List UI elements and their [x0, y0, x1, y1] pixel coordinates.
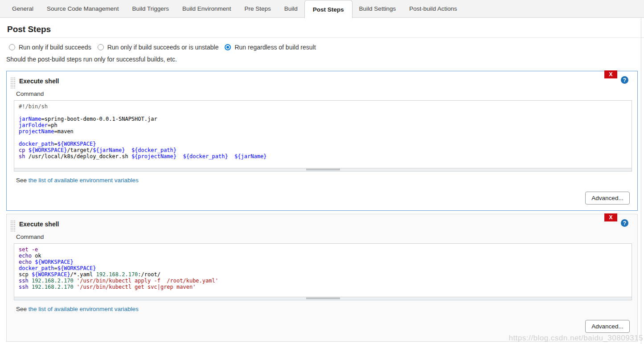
step-title: Execute shell — [7, 214, 637, 228]
env-variables-note: See the list of available environment va… — [16, 177, 637, 184]
radio-run-if-succeeds-or-unstable[interactable]: Run only if build succeeds or is unstabl… — [98, 44, 219, 51]
delete-step-button[interactable]: X — [604, 70, 617, 78]
editor-resize-grip[interactable] — [14, 168, 632, 172]
env-variables-link[interactable]: the list of available environment variab… — [29, 306, 139, 312]
help-icon[interactable]: ? — [621, 219, 628, 227]
env-variables-link[interactable]: the list of available environment variab… — [29, 177, 139, 184]
radio-run-only-if-succeeds[interactable]: Run only if build succeeds — [9, 44, 91, 51]
grip-lines-icon — [306, 298, 340, 299]
advanced-button[interactable]: Advanced... — [585, 320, 630, 333]
drag-handle-icon[interactable] — [10, 77, 16, 89]
page-title: Post Steps — [7, 25, 644, 34]
step-title: Execute shell — [7, 71, 637, 85]
tab-build-environment[interactable]: Build Environment — [176, 0, 238, 17]
tab-post-steps[interactable]: Post Steps — [304, 0, 353, 18]
radio-circle-icon[interactable] — [98, 44, 104, 50]
editor-resize-grip[interactable] — [14, 297, 632, 300]
title-divider — [0, 37, 644, 38]
tab-source-code-management[interactable]: Source Code Management — [40, 0, 125, 17]
drag-handle-icon[interactable] — [10, 220, 16, 232]
radio-label: Run only if build succeeds or is unstabl… — [107, 44, 219, 51]
radio-circle-icon[interactable] — [9, 44, 15, 50]
tab-build-triggers[interactable]: Build Triggers — [125, 0, 176, 17]
radio-selected-icon[interactable] — [225, 44, 231, 50]
advanced-button[interactable]: Advanced... — [585, 192, 630, 205]
execute-shell-step-2: X ? Execute shell Command set -eecho oke… — [6, 214, 638, 342]
page-right-border — [641, 18, 641, 344]
jenkins-job-config-page: General Source Code Management Build Tri… — [0, 0, 644, 344]
condition-help-text: Should the post-build steps run only for… — [6, 56, 644, 63]
shell-command-editor[interactable]: #!/bin/sh jarName=spring-boot-demo-0.0.1… — [14, 100, 632, 168]
see-text: See — [16, 177, 27, 184]
see-text: See — [16, 306, 27, 312]
radio-label: Run only if build succeeds — [19, 44, 91, 51]
tab-pre-steps[interactable]: Pre Steps — [238, 0, 278, 17]
tab-build-settings[interactable]: Build Settings — [353, 0, 403, 17]
execute-shell-step-1: X ? Execute shell Command #!/bin/sh jarN… — [6, 71, 638, 211]
env-variables-note: See the list of available environment va… — [16, 306, 637, 312]
radio-label: Run regardless of build result — [234, 44, 316, 51]
post-steps-condition-group: Run only if build succeeds Run only if b… — [9, 44, 644, 51]
tab-post-build-actions[interactable]: Post-build Actions — [402, 0, 464, 17]
config-tab-bar: General Source Code Management Build Tri… — [0, 0, 644, 18]
grip-lines-icon — [306, 169, 340, 171]
delete-step-button[interactable]: X — [604, 213, 617, 221]
tab-build[interactable]: Build — [278, 0, 304, 17]
shell-command-editor[interactable]: set -eecho okecho ${WORKSPACE}docker_pat… — [14, 243, 632, 297]
command-label: Command — [16, 90, 637, 97]
tab-general[interactable]: General — [5, 0, 40, 17]
radio-run-regardless[interactable]: Run regardless of build result — [225, 44, 316, 51]
command-label: Command — [16, 233, 637, 240]
help-icon[interactable]: ? — [621, 76, 628, 84]
